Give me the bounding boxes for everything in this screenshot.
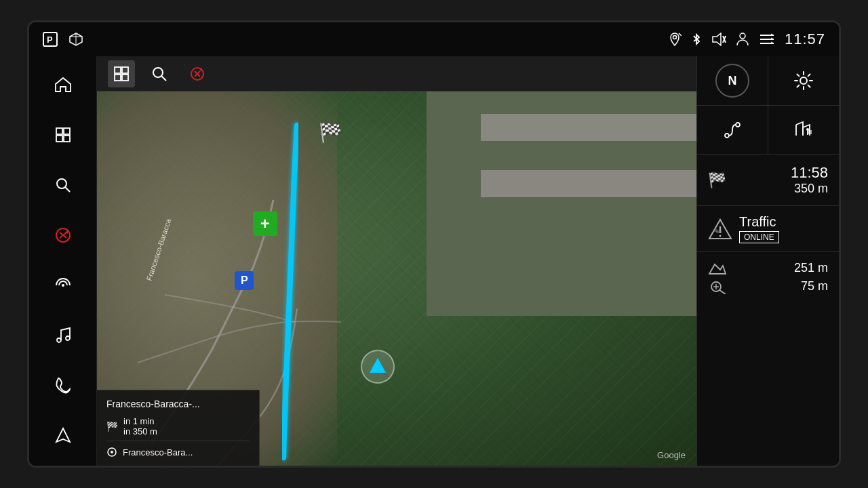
svg-point-33 [153, 68, 163, 77]
route-info-icon [794, 121, 813, 140]
left-sidebar [29, 56, 97, 466]
destination-circle-icon [106, 447, 117, 458]
destination-row: Francesco-Bara... [106, 441, 250, 458]
parking-icon: P [43, 32, 58, 47]
zoom-value: 75 m [801, 279, 828, 293]
traffic-status-badge: ONLINE [739, 231, 779, 243]
person-icon [736, 32, 749, 47]
status-bar-left: P [43, 32, 83, 47]
eta-section: 🏁 11:58 350 m [697, 155, 839, 206]
eta-dist-label: in 350 m [123, 426, 157, 436]
map-toolbar [97, 56, 696, 92]
sidebar-item-nav[interactable] [48, 421, 78, 451]
current-street-name: Francesco-Baracca-... [106, 399, 250, 409]
svg-rect-50 [716, 230, 722, 233]
elevation-icon [708, 260, 727, 275]
svg-text:Francesco-Baracca: Francesco-Baracca [144, 217, 172, 281]
mute-icon [711, 33, 726, 46]
layers-icon [759, 33, 775, 46]
sidebar-item-music[interactable] [48, 321, 78, 350]
sidebar-item-cancel-nav[interactable] [48, 220, 78, 250]
bluetooth-icon [691, 32, 702, 47]
sidebar-item-signal[interactable] [48, 270, 78, 300]
svg-marker-7 [713, 33, 721, 45]
toolbar-search-btn[interactable] [146, 60, 173, 87]
svg-rect-32 [122, 75, 128, 81]
route-info-button[interactable] [768, 106, 839, 155]
arrival-flag-icon: 🏁 [708, 171, 726, 189]
zoom-icon [708, 279, 727, 294]
svg-line-22 [65, 187, 70, 192]
svg-rect-18 [64, 128, 70, 134]
arrival-time: 11:58 [791, 164, 828, 182]
svg-point-48 [719, 235, 722, 237]
svg-rect-29 [115, 67, 121, 73]
svg-rect-30 [122, 67, 128, 73]
traffic-warning-icon [708, 218, 732, 240]
toolbar-cancel-btn[interactable] [184, 60, 211, 87]
right-top-buttons: N [697, 56, 839, 106]
destination-flag: 🏁 [319, 121, 342, 144]
eta-flag-icon: 🏁 [106, 421, 118, 432]
svg-rect-19 [56, 136, 62, 142]
svg-line-34 [161, 76, 166, 81]
traffic-section[interactable]: Traffic ONLINE [697, 206, 839, 252]
compass-label: N [728, 74, 737, 88]
route-icon [723, 121, 742, 140]
eta-time-label: in 1 min [123, 416, 157, 426]
nav-info-panel: Francesco-Baracca-... 🏁 in 1 min in 350 … [97, 390, 260, 466]
route-button[interactable] [697, 106, 768, 155]
svg-point-28 [66, 336, 70, 340]
map-container: Francesco-Baracca 🏁 + P Google Francesco… [97, 56, 696, 466]
destination-name: Francesco-Bara... [123, 447, 193, 458]
compass-button[interactable]: N [697, 56, 768, 105]
google-watermark: Google [657, 450, 686, 460]
svg-point-5 [673, 36, 676, 39]
svg-line-6 [679, 33, 682, 36]
arrival-distance: 350 m [794, 182, 828, 196]
main-content: Francesco-Baracca 🏁 + P Google Francesco… [29, 56, 839, 466]
traffic-info: Traffic ONLINE [739, 214, 828, 243]
svg-point-40 [111, 451, 113, 453]
clock-display: 11:57 [785, 30, 825, 48]
svg-point-21 [57, 179, 66, 188]
parking-marker: P [235, 271, 254, 290]
svg-line-52 [719, 290, 726, 294]
svg-point-27 [57, 338, 61, 342]
elevation-value: 251 m [794, 261, 828, 275]
status-bar-right: 11:57 [668, 30, 825, 48]
traffic-label: Traffic [739, 214, 828, 230]
svg-point-26 [62, 284, 64, 287]
location-pin-icon [668, 32, 682, 47]
sidebar-item-grid[interactable] [48, 120, 78, 150]
terrain-icons [708, 260, 727, 294]
sidebar-item-search[interactable] [48, 170, 78, 200]
svg-point-43 [736, 123, 740, 127]
settings-button[interactable] [768, 56, 839, 105]
svg-rect-31 [115, 75, 121, 81]
svg-point-45 [806, 128, 809, 131]
svg-point-42 [725, 134, 729, 138]
svg-rect-20 [64, 136, 70, 142]
svg-point-10 [740, 33, 745, 39]
terrain-values: 251 m 75 m [734, 261, 828, 293]
sidebar-item-home[interactable] [48, 70, 78, 100]
svg-point-41 [800, 77, 807, 84]
terrain-section: 251 m 75 m [697, 252, 839, 302]
sidebar-item-phone[interactable] [48, 371, 78, 401]
eta-row: 🏁 in 1 min in 350 m [106, 416, 250, 436]
toolbar-grid-btn[interactable] [108, 60, 135, 87]
gear-icon [793, 70, 814, 91]
cube-icon [68, 32, 83, 47]
add-waypoint-button[interactable]: + [253, 211, 277, 236]
svg-rect-44 [808, 130, 812, 134]
compass-N[interactable]: N [715, 64, 749, 98]
svg-text:P: P [47, 35, 53, 45]
vehicle-position-arrow [361, 350, 395, 384]
right-panel: N [696, 56, 839, 466]
right-mid-buttons [697, 106, 839, 155]
svg-rect-17 [56, 128, 62, 134]
eta-details: 11:58 350 m [734, 164, 828, 196]
status-bar: P [29, 22, 839, 56]
